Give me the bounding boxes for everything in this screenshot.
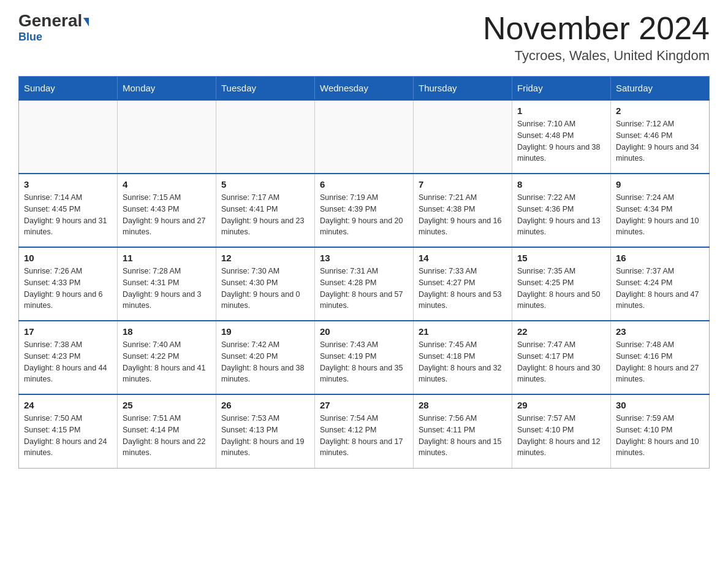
day-number: 25	[123, 400, 211, 410]
day-info: Sunrise: 7:40 AM Sunset: 4:22 PM Dayligh…	[123, 339, 211, 385]
day-number: 16	[616, 253, 704, 263]
day-info: Sunrise: 7:59 AM Sunset: 4:10 PM Dayligh…	[616, 413, 704, 459]
day-number: 15	[517, 253, 605, 263]
calendar-cell	[315, 100, 414, 174]
day-info: Sunrise: 7:42 AM Sunset: 4:20 PM Dayligh…	[221, 339, 309, 385]
calendar-cell: 20Sunrise: 7:43 AM Sunset: 4:19 PM Dayli…	[315, 321, 414, 394]
day-info: Sunrise: 7:37 AM Sunset: 4:24 PM Dayligh…	[616, 266, 704, 312]
day-info: Sunrise: 7:31 AM Sunset: 4:28 PM Dayligh…	[320, 266, 408, 312]
day-info: Sunrise: 7:50 AM Sunset: 4:15 PM Dayligh…	[24, 413, 112, 459]
day-info: Sunrise: 7:10 AM Sunset: 4:48 PM Dayligh…	[517, 118, 605, 164]
calendar-cell: 12Sunrise: 7:30 AM Sunset: 4:30 PM Dayli…	[216, 247, 315, 321]
calendar-cell	[216, 100, 315, 174]
calendar-cell: 7Sunrise: 7:21 AM Sunset: 4:38 PM Daylig…	[414, 174, 512, 247]
calendar-table: Sunday Monday Tuesday Wednesday Thursday…	[18, 76, 710, 469]
col-monday: Monday	[118, 77, 216, 101]
calendar-cell: 2Sunrise: 7:12 AM Sunset: 4:46 PM Daylig…	[611, 100, 710, 174]
day-info: Sunrise: 7:19 AM Sunset: 4:39 PM Dayligh…	[320, 192, 408, 238]
calendar-cell: 27Sunrise: 7:54 AM Sunset: 4:12 PM Dayli…	[315, 394, 414, 468]
calendar-week-row: 10Sunrise: 7:26 AM Sunset: 4:33 PM Dayli…	[19, 247, 710, 321]
day-number: 18	[123, 326, 211, 337]
day-number: 30	[616, 400, 704, 410]
day-info: Sunrise: 7:53 AM Sunset: 4:13 PM Dayligh…	[221, 413, 309, 459]
col-saturday: Saturday	[611, 77, 710, 101]
day-number: 6	[320, 179, 408, 190]
title-area: November 2024 Tycroes, Wales, United Kin…	[483, 12, 710, 64]
day-number: 7	[419, 179, 507, 190]
logo-general: General	[18, 11, 82, 30]
col-friday: Friday	[512, 77, 611, 101]
day-number: 21	[419, 326, 507, 337]
day-number: 2	[616, 105, 704, 116]
calendar-cell: 26Sunrise: 7:53 AM Sunset: 4:13 PM Dayli…	[216, 394, 315, 468]
calendar-week-row: 24Sunrise: 7:50 AM Sunset: 4:15 PM Dayli…	[19, 394, 710, 468]
day-number: 8	[517, 179, 605, 190]
calendar-cell: 3Sunrise: 7:14 AM Sunset: 4:45 PM Daylig…	[19, 174, 118, 247]
calendar-cell: 15Sunrise: 7:35 AM Sunset: 4:25 PM Dayli…	[512, 247, 611, 321]
calendar-cell: 14Sunrise: 7:33 AM Sunset: 4:27 PM Dayli…	[414, 247, 512, 321]
calendar-cell: 22Sunrise: 7:47 AM Sunset: 4:17 PM Dayli…	[512, 321, 611, 394]
day-number: 19	[221, 326, 309, 337]
day-number: 4	[123, 179, 211, 190]
day-info: Sunrise: 7:47 AM Sunset: 4:17 PM Dayligh…	[517, 339, 605, 385]
day-info: Sunrise: 7:38 AM Sunset: 4:23 PM Dayligh…	[24, 339, 112, 385]
day-number: 23	[616, 326, 704, 337]
calendar-cell: 23Sunrise: 7:48 AM Sunset: 4:16 PM Dayli…	[611, 321, 710, 394]
calendar-cell: 9Sunrise: 7:24 AM Sunset: 4:34 PM Daylig…	[611, 174, 710, 247]
day-number: 5	[221, 179, 309, 190]
calendar-cell: 10Sunrise: 7:26 AM Sunset: 4:33 PM Dayli…	[19, 247, 118, 321]
day-info: Sunrise: 7:35 AM Sunset: 4:25 PM Dayligh…	[517, 266, 605, 312]
col-tuesday: Tuesday	[216, 77, 315, 101]
day-number: 3	[24, 179, 112, 190]
day-info: Sunrise: 7:30 AM Sunset: 4:30 PM Dayligh…	[221, 266, 309, 312]
calendar-cell: 24Sunrise: 7:50 AM Sunset: 4:15 PM Dayli…	[19, 394, 118, 468]
location-subtitle: Tycroes, Wales, United Kingdom	[483, 48, 710, 64]
day-number: 28	[419, 400, 507, 410]
day-number: 11	[123, 253, 211, 263]
day-info: Sunrise: 7:57 AM Sunset: 4:10 PM Dayligh…	[517, 413, 605, 459]
day-info: Sunrise: 7:12 AM Sunset: 4:46 PM Dayligh…	[616, 118, 704, 164]
day-info: Sunrise: 7:56 AM Sunset: 4:11 PM Dayligh…	[419, 413, 507, 459]
day-number: 9	[616, 179, 704, 190]
col-wednesday: Wednesday	[315, 77, 414, 101]
calendar-cell: 6Sunrise: 7:19 AM Sunset: 4:39 PM Daylig…	[315, 174, 414, 247]
calendar-cell	[414, 100, 512, 174]
day-info: Sunrise: 7:17 AM Sunset: 4:41 PM Dayligh…	[221, 192, 309, 238]
calendar-cell: 5Sunrise: 7:17 AM Sunset: 4:41 PM Daylig…	[216, 174, 315, 247]
calendar-week-row: 17Sunrise: 7:38 AM Sunset: 4:23 PM Dayli…	[19, 321, 710, 394]
calendar-cell: 28Sunrise: 7:56 AM Sunset: 4:11 PM Dayli…	[414, 394, 512, 468]
calendar-cell: 18Sunrise: 7:40 AM Sunset: 4:22 PM Dayli…	[118, 321, 216, 394]
calendar-cell: 17Sunrise: 7:38 AM Sunset: 4:23 PM Dayli…	[19, 321, 118, 394]
calendar-cell: 29Sunrise: 7:57 AM Sunset: 4:10 PM Dayli…	[512, 394, 611, 468]
day-number: 17	[24, 326, 112, 337]
day-info: Sunrise: 7:51 AM Sunset: 4:14 PM Dayligh…	[123, 413, 211, 459]
day-info: Sunrise: 7:26 AM Sunset: 4:33 PM Dayligh…	[24, 266, 112, 312]
day-number: 22	[517, 326, 605, 337]
calendar-cell	[118, 100, 216, 174]
day-number: 27	[320, 400, 408, 410]
day-info: Sunrise: 7:24 AM Sunset: 4:34 PM Dayligh…	[616, 192, 704, 238]
logo: General Blue	[18, 12, 89, 44]
calendar-cell: 19Sunrise: 7:42 AM Sunset: 4:20 PM Dayli…	[216, 321, 315, 394]
day-info: Sunrise: 7:43 AM Sunset: 4:19 PM Dayligh…	[320, 339, 408, 385]
day-number: 14	[419, 253, 507, 263]
calendar-cell: 30Sunrise: 7:59 AM Sunset: 4:10 PM Dayli…	[611, 394, 710, 468]
day-info: Sunrise: 7:21 AM Sunset: 4:38 PM Dayligh…	[419, 192, 507, 238]
col-sunday: Sunday	[19, 77, 118, 101]
day-number: 10	[24, 253, 112, 263]
day-info: Sunrise: 7:28 AM Sunset: 4:31 PM Dayligh…	[123, 266, 211, 312]
header: General Blue November 2024 Tycroes, Wale…	[18, 12, 710, 64]
calendar-cell	[19, 100, 118, 174]
day-number: 24	[24, 400, 112, 410]
calendar-week-row: 3Sunrise: 7:14 AM Sunset: 4:45 PM Daylig…	[19, 174, 710, 247]
day-info: Sunrise: 7:48 AM Sunset: 4:16 PM Dayligh…	[616, 339, 704, 385]
month-title: November 2024	[483, 12, 710, 44]
day-info: Sunrise: 7:54 AM Sunset: 4:12 PM Dayligh…	[320, 413, 408, 459]
logo-area: General Blue	[18, 12, 89, 44]
calendar-cell: 13Sunrise: 7:31 AM Sunset: 4:28 PM Dayli…	[315, 247, 414, 321]
calendar-cell: 1Sunrise: 7:10 AM Sunset: 4:48 PM Daylig…	[512, 100, 611, 174]
logo-blue: Blue	[18, 31, 89, 44]
calendar-cell: 11Sunrise: 7:28 AM Sunset: 4:31 PM Dayli…	[118, 247, 216, 321]
col-thursday: Thursday	[414, 77, 512, 101]
logo-triangle-icon	[83, 18, 89, 26]
